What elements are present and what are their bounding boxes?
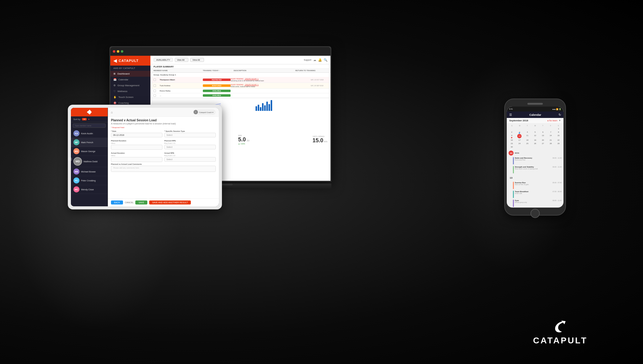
cal-day-4[interactable]: 4 (524, 131, 531, 134)
actual-rpe-select[interactable]: Select (164, 157, 216, 162)
session-type-select[interactable]: Select (164, 133, 216, 137)
sidebar-item-group-management[interactable]: ⚙ Group Management (110, 83, 150, 88)
player-item-mason[interactable]: MG Mason George (71, 147, 108, 156)
cal-day-8[interactable]: 8 (555, 131, 562, 134)
date-input[interactable]: 06-12-2018 (111, 133, 162, 137)
cal-day-29[interactable]: 29 (555, 142, 562, 145)
sidebar-item-touchscreen[interactable]: ✋ Touch Screen (110, 94, 150, 100)
event-content-gym: Gym Rehab group only (515, 200, 552, 203)
tablet-sidebar: Sort by: All ▼ Type member name KA Kevin… (71, 108, 108, 206)
cal-day-14[interactable]: 14 (547, 134, 554, 138)
cal-day-20[interactable]: 20 (539, 139, 547, 142)
sidebar-item-wellness[interactable]: ♡ Wellness (110, 88, 150, 94)
player-item-mark[interactable]: MF Mark French (71, 138, 108, 147)
player-summary-label: PLAYER SUMMARY (150, 64, 330, 69)
dashboard-icon: ⊞ (113, 72, 116, 75)
sidebar-item-dashboard[interactable]: ⊞ Dashboard (110, 71, 150, 77)
player-item-michael[interactable]: MB Michael Bowan (71, 167, 108, 176)
cal-day-1[interactable]: 1 (555, 127, 562, 130)
filter-icon[interactable]: ▼ (559, 119, 561, 122)
cal-day-6[interactable]: 6 (539, 131, 547, 134)
cal-day-25[interactable]: 25 (524, 142, 531, 145)
desktop-header: AVAILABILITY View All View All Support ☁… (150, 56, 330, 64)
cal-day-5[interactable]: 5 (531, 131, 539, 134)
comments-input[interactable]: Please add any comments here (111, 166, 216, 172)
cal-day-17[interactable]: 17 (516, 139, 523, 142)
cal-day-7[interactable]: 7 (547, 131, 554, 134)
cal-day-30[interactable]: 30 (508, 145, 515, 148)
sidebar-item-group-label: Group Management (117, 84, 139, 87)
col-member-name: MEMBER NAME (154, 70, 203, 71)
sidebar-item-calendar[interactable]: 📅 Calendar (110, 77, 150, 83)
cal-day-3[interactable]: 3 (516, 131, 523, 134)
cal-day-12[interactable]: 12 (531, 134, 539, 138)
row-checkbox-1[interactable] (154, 79, 156, 81)
player-name-wendy: Wendy Close (81, 188, 94, 191)
refresh-icon[interactable]: ↻ (559, 113, 561, 116)
cal-day-13[interactable]: 13 (539, 134, 547, 138)
cancel-button[interactable]: CANCEL (125, 201, 133, 204)
cal-empty (516, 127, 523, 130)
player-item-peter[interactable]: PC Peter Crodding (71, 176, 108, 185)
planned-rpe-select[interactable]: Select (164, 145, 216, 149)
cal-day-24[interactable]: 24 (516, 142, 523, 145)
no-team-badge: ● No team (547, 119, 557, 122)
date-field: * Date 06-12-2018 (111, 130, 162, 137)
player-name-mark: Mark French (81, 141, 93, 144)
select-viewall-1[interactable]: View All (175, 58, 188, 62)
event-strength[interactable]: Strength and Stability West North corner… (507, 165, 563, 174)
cal-day-11[interactable]: 11 (524, 134, 531, 138)
event-breakfast[interactable]: Team Breakfast Smith cafe 07:00 - 08:30 (507, 190, 563, 199)
save-button[interactable]: SAVE (135, 200, 147, 204)
cal-day-15[interactable]: 15 (555, 134, 562, 138)
cal-day-22[interactable]: 22 (555, 139, 562, 142)
cal-day-2[interactable]: 2 (508, 131, 515, 134)
cal-empty (508, 127, 515, 130)
event-date-13: 13 (507, 174, 563, 181)
cal-day-26[interactable]: 26 (531, 142, 539, 145)
hamburger-icon[interactable]: ☰ (509, 113, 512, 116)
tablet-search-input[interactable]: Type member name (73, 123, 106, 128)
cal-day-28[interactable]: 28 (547, 142, 554, 145)
month-controls: ● No team ▼ (547, 119, 561, 122)
cal-day-16[interactable]: 16 (508, 139, 515, 142)
status-badge-3: AVAILABLE (203, 90, 231, 92)
availability-tab[interactable]: AVAILABILITY (154, 58, 173, 62)
tablet-device: Sort by: All ▼ Type member name KA Kevin… (68, 105, 222, 209)
event-gym[interactable]: Gym Rehab group only 09:00 - 11:00 (507, 199, 563, 208)
support-label: Support (304, 59, 311, 61)
user-label: Catapult Coach ▾ (199, 111, 213, 113)
required-notice: * Required Field (108, 126, 219, 129)
cal-day-23[interactable]: 23 (508, 142, 515, 145)
actual-duration-input[interactable] (111, 157, 162, 162)
select-viewall-2[interactable]: View All (190, 58, 204, 62)
player-name-kevin: Kevin Austin (81, 132, 93, 135)
player-item-matthew[interactable]: MD Matthew Dodd (71, 156, 108, 167)
row-checkbox-3[interactable] (154, 90, 156, 92)
bell-icon[interactable]: 🔔 (318, 58, 322, 62)
planned-duration-input[interactable] (111, 145, 162, 150)
phone-month-header: September 2018 ● No team ▼ (507, 118, 563, 123)
cal-day-27[interactable]: 27 (539, 142, 547, 145)
touchscreen-icon: ✋ (113, 96, 117, 99)
cal-day-10[interactable]: 10 (517, 134, 522, 138)
cal-day-18[interactable]: 18 (524, 139, 531, 142)
cal-day-21[interactable]: 21 (547, 139, 554, 142)
row-checkbox-2[interactable] (154, 84, 156, 87)
home-icon[interactable]: ⌂ (111, 111, 113, 114)
event-sunrise[interactable]: Sunrise Run Start at Park St gate 05:00 … (507, 181, 563, 190)
back-button[interactable]: BACK (111, 200, 123, 204)
cal-day-19[interactable]: 19 (531, 139, 539, 142)
search-icon[interactable]: 🔍 (324, 58, 327, 62)
date-num-13: 13 (509, 175, 514, 180)
col-description: DESCRIPTION (234, 70, 295, 71)
sidebar-item-dashboard-label: Dashboard (117, 72, 129, 75)
event-swim[interactable]: Swim and Recovery Richmond Pool 09:00 - … (507, 156, 563, 165)
player-item-wendy[interactable]: WC Wendy Close (71, 185, 108, 194)
row-checkbox-4[interactable] (154, 94, 156, 97)
sort-active-all[interactable]: All (82, 118, 87, 120)
cal-day-9[interactable]: 9 (508, 134, 515, 138)
phone-home-button[interactable] (530, 209, 540, 218)
player-item-kevin[interactable]: KA Kevin Austin (71, 129, 108, 138)
save-add-button[interactable]: SAVE AND ADD ANOTHER RESULT (149, 200, 191, 204)
